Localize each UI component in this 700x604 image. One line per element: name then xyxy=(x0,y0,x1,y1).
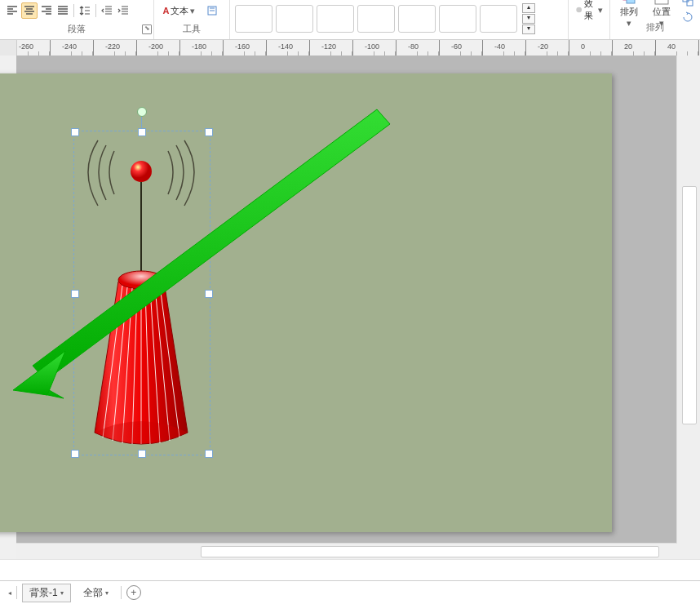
arrange-label: 排列 xyxy=(620,6,638,18)
ruler-tick: -220 xyxy=(104,40,137,56)
ruler-tick: -160 xyxy=(233,40,267,56)
paragraph-dialog-launcher[interactable]: ⬊ xyxy=(142,24,152,34)
tools-label: 工具 xyxy=(183,24,201,33)
ruler-tick: -240 xyxy=(60,40,94,56)
text-tool-button[interactable]: A 文本 ▾ xyxy=(159,2,198,19)
svg-marker-20 xyxy=(13,351,65,395)
align-center-button[interactable] xyxy=(21,2,38,19)
scroll-corner xyxy=(677,544,700,560)
shape-style-preset[interactable] xyxy=(398,5,436,33)
resize-handle-w[interactable] xyxy=(71,290,79,298)
ruler-tick: 0 xyxy=(579,40,613,56)
ruler-tick: -140 xyxy=(277,40,310,56)
add-page-button[interactable]: + xyxy=(126,585,141,600)
indent-increase-button[interactable] xyxy=(116,3,131,18)
ruler-tick: -180 xyxy=(190,40,224,56)
horizontal-scrollbar[interactable] xyxy=(16,543,677,560)
workspace xyxy=(0,56,700,560)
status-bar: ◂ 背景-1 ▾ 全部 ▾ + xyxy=(0,580,700,604)
align-right-button[interactable] xyxy=(39,3,54,18)
page[interactable] xyxy=(0,73,612,532)
shape-style-preset[interactable] xyxy=(276,5,313,33)
ruler-tick: -20 xyxy=(536,40,569,56)
shape-styles-group: ▴ ▾ ▾ 形状样式 ⬊ xyxy=(230,0,569,39)
ruler-tick: -100 xyxy=(363,40,397,56)
tab-strip-area xyxy=(0,559,700,581)
line-spacing-button[interactable] xyxy=(78,3,92,18)
all-tab-label: 全部 xyxy=(83,586,103,600)
resize-handle-sw[interactable] xyxy=(71,450,79,458)
ruler-tick: -200 xyxy=(147,40,180,56)
align-left-button[interactable] xyxy=(5,3,20,18)
ruler-tick: -260 xyxy=(17,40,51,56)
indent-decrease-button[interactable] xyxy=(100,3,114,18)
tab-nav-prev-icon[interactable]: ◂ xyxy=(8,589,11,597)
svg-rect-3 xyxy=(627,0,635,3)
shape-style-preset[interactable] xyxy=(235,5,272,33)
horizontal-ruler: -260-240-220-200-180-160-140-120-100-80-… xyxy=(0,40,700,57)
group-button[interactable] xyxy=(680,0,695,8)
tools-group: A 文本 ▾ 工具 xyxy=(154,0,230,39)
effects-button[interactable]: 效果 ▾ xyxy=(572,2,606,18)
effects-label: 效果 xyxy=(584,0,596,22)
resize-handle-e[interactable] xyxy=(205,290,213,298)
horizontal-scroll-thumb[interactable] xyxy=(201,546,659,557)
align-justify-button[interactable] xyxy=(55,3,70,18)
background-tab[interactable]: 背景-1 ▾ xyxy=(22,584,71,602)
ribbon: 段落 ⬊ A 文本 ▾ 工具 xyxy=(0,0,700,40)
gallery-prev-button[interactable]: ▴ xyxy=(522,3,535,13)
arrange-group: 排列▾ 位置▾ 排列 xyxy=(610,0,700,39)
arrange-group-label: 排列 xyxy=(646,22,664,32)
selection-box xyxy=(73,131,210,455)
resize-handle-n[interactable] xyxy=(138,128,146,136)
svg-point-1 xyxy=(576,7,582,13)
vertical-scroll-thumb[interactable] xyxy=(682,186,697,424)
resize-handle-se[interactable] xyxy=(205,450,213,458)
ruler-tick: -120 xyxy=(320,40,353,56)
ruler-tick: 40 xyxy=(666,40,699,56)
text-tool-label: 文本 xyxy=(171,5,188,17)
vertical-scrollbar[interactable] xyxy=(676,56,700,544)
insert-symbol-button[interactable] xyxy=(205,3,219,18)
resize-handle-nw[interactable] xyxy=(71,128,79,136)
shape-style-preset[interactable] xyxy=(480,5,517,33)
ruler-tick: 20 xyxy=(622,40,656,56)
all-tab[interactable]: 全部 ▾ xyxy=(76,584,116,602)
canvas[interactable] xyxy=(16,56,676,544)
effects-group: 效果 ▾ xyxy=(569,0,610,39)
resize-handle-s[interactable] xyxy=(138,450,146,458)
shape-style-preset[interactable] xyxy=(357,5,395,33)
svg-rect-7 xyxy=(687,0,693,6)
rotate-handle[interactable] xyxy=(137,107,147,117)
paragraph-label: 段落 xyxy=(68,24,86,33)
resize-handle-ne[interactable] xyxy=(205,128,213,136)
shape-style-preset[interactable] xyxy=(439,5,476,33)
ruler-tick: -40 xyxy=(493,40,526,56)
ruler-tick: -80 xyxy=(406,40,440,56)
gallery-more-button[interactable]: ▾ xyxy=(522,24,535,34)
shape-style-preset[interactable] xyxy=(317,5,354,33)
paragraph-group: 段落 ⬊ xyxy=(0,0,154,39)
gallery-next-button[interactable]: ▾ xyxy=(522,14,535,24)
svg-rect-4 xyxy=(655,0,668,4)
ruler-tick: -60 xyxy=(450,40,483,56)
position-label: 位置 xyxy=(653,6,671,18)
background-tab-label: 背景-1 xyxy=(29,586,58,600)
